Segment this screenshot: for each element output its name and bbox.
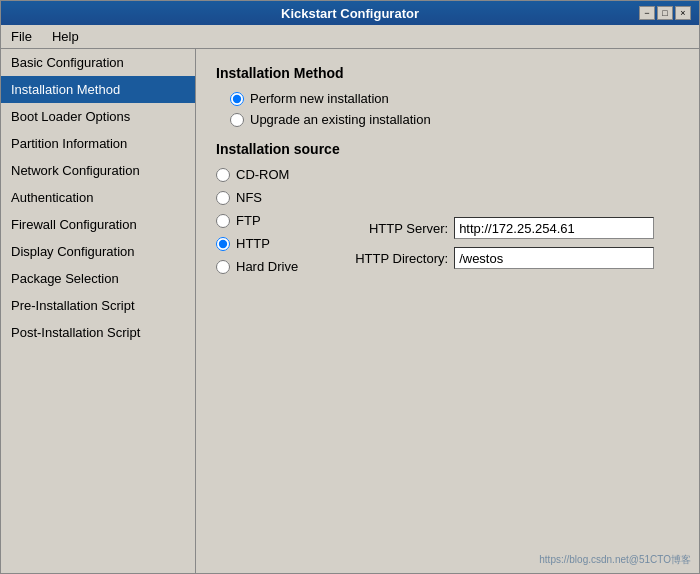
menu-bar: File Help	[1, 25, 699, 49]
section2-title: Installation source	[216, 141, 679, 157]
window-title: Kickstart Configurator	[61, 6, 639, 21]
sidebar-item-display-configuration[interactable]: Display Configuration	[1, 238, 195, 265]
menu-help[interactable]: Help	[42, 27, 89, 46]
sidebar-item-firewall-configuration[interactable]: Firewall Configuration	[1, 211, 195, 238]
sidebar-item-basic-configuration[interactable]: Basic Configuration	[1, 49, 195, 76]
http-server-input[interactable]	[454, 217, 654, 239]
radio-http-input[interactable]	[216, 237, 230, 251]
radio-nfs-label: NFS	[236, 190, 262, 205]
radio-http-label: HTTP	[236, 236, 270, 251]
radio-perform-new-label: Perform new installation	[250, 91, 389, 106]
source-type-group: CD-ROM NFS FTP HTTP	[216, 167, 298, 274]
radio-ftp-label: FTP	[236, 213, 261, 228]
sidebar-item-pre-installation-script[interactable]: Pre-Installation Script	[1, 292, 195, 319]
sidebar-item-installation-method[interactable]: Installation Method	[1, 76, 195, 103]
radio-hard-drive-label: Hard Drive	[236, 259, 298, 274]
http-directory-row: HTTP Directory:	[338, 247, 654, 269]
radio-upgrade-label: Upgrade an existing installation	[250, 112, 431, 127]
sidebar-item-post-installation-script[interactable]: Post-Installation Script	[1, 319, 195, 346]
http-server-label: HTTP Server:	[338, 221, 448, 236]
close-button[interactable]: ×	[675, 6, 691, 20]
watermark: https://blog.csdn.net@51CTO博客	[539, 553, 691, 567]
radio-nfs-input[interactable]	[216, 191, 230, 205]
source-fields: HTTP Server: HTTP Directory:	[338, 217, 654, 269]
minimize-button[interactable]: −	[639, 6, 655, 20]
sidebar-item-partition-information[interactable]: Partition Information	[1, 130, 195, 157]
radio-upgrade-input[interactable]	[230, 113, 244, 127]
sidebar-item-boot-loader-options[interactable]: Boot Loader Options	[1, 103, 195, 130]
title-bar: Kickstart Configurator − □ ×	[1, 1, 699, 25]
install-type-group: Perform new installation Upgrade an exis…	[230, 91, 679, 127]
radio-hard-drive-input[interactable]	[216, 260, 230, 274]
radio-nfs[interactable]: NFS	[216, 190, 298, 205]
content-area: Installation Method Perform new installa…	[196, 49, 699, 573]
radio-cdrom[interactable]: CD-ROM	[216, 167, 298, 182]
sidebar-item-package-selection[interactable]: Package Selection	[1, 265, 195, 292]
sidebar-item-network-configuration[interactable]: Network Configuration	[1, 157, 195, 184]
radio-perform-new[interactable]: Perform new installation	[230, 91, 679, 106]
main-content: Basic Configuration Installation Method …	[1, 49, 699, 573]
menu-file[interactable]: File	[1, 27, 42, 46]
radio-ftp[interactable]: FTP	[216, 213, 298, 228]
installation-source: Installation source CD-ROM NFS	[216, 141, 679, 274]
section1-title: Installation Method	[216, 65, 679, 81]
sidebar: Basic Configuration Installation Method …	[1, 49, 196, 573]
radio-perform-new-input[interactable]	[230, 92, 244, 106]
radio-upgrade[interactable]: Upgrade an existing installation	[230, 112, 679, 127]
window-controls: − □ ×	[639, 6, 691, 20]
radio-cdrom-label: CD-ROM	[236, 167, 289, 182]
sidebar-item-authentication[interactable]: Authentication	[1, 184, 195, 211]
http-directory-label: HTTP Directory:	[338, 251, 448, 266]
radio-hard-drive[interactable]: Hard Drive	[216, 259, 298, 274]
http-directory-input[interactable]	[454, 247, 654, 269]
radio-http[interactable]: HTTP	[216, 236, 298, 251]
radio-ftp-input[interactable]	[216, 214, 230, 228]
http-server-row: HTTP Server:	[338, 217, 654, 239]
maximize-button[interactable]: □	[657, 6, 673, 20]
radio-cdrom-input[interactable]	[216, 168, 230, 182]
